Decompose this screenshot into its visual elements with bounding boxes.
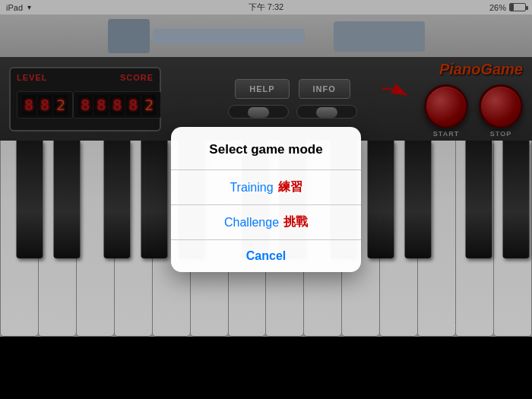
challenge-chinese: 挑戰	[283, 214, 308, 230]
modal-option-training[interactable]: Training 練習	[171, 170, 361, 204]
training-english: Training	[230, 181, 273, 195]
training-chinese: 練習	[278, 179, 302, 195]
modal-option-challenge[interactable]: Challenge 挑戰	[171, 205, 361, 239]
modal-overlay: Select game mode Training 練習 Challenge 挑…	[0, 0, 532, 399]
modal-title: Select game mode	[171, 142, 361, 157]
modal-dialog: Select game mode Training 練習 Challenge 挑…	[171, 127, 361, 272]
modal-cancel-button[interactable]: Cancel	[171, 240, 361, 272]
challenge-english: Challenge	[224, 216, 279, 230]
